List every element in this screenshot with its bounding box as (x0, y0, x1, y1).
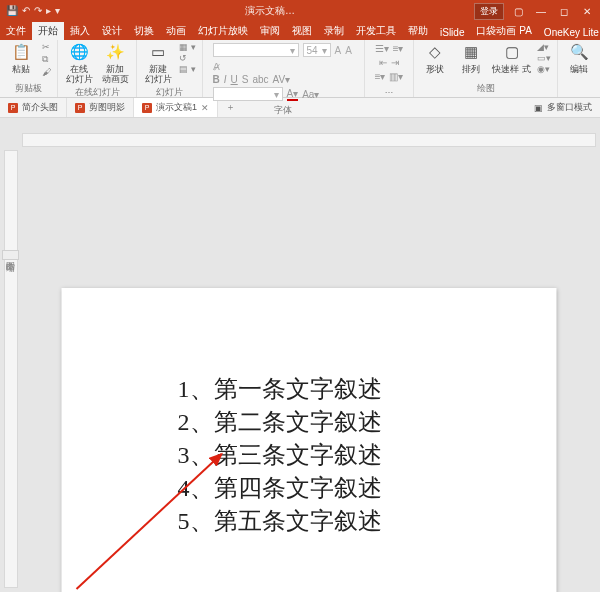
font-family-select[interactable]: ▾ (213, 43, 299, 57)
svg-line-0 (77, 454, 222, 589)
paragraph-label: … (371, 83, 408, 95)
quick-styles-icon: ▢ (502, 42, 522, 62)
ppt-icon: P (75, 103, 85, 113)
editing-button[interactable]: 🔍 编辑 (564, 42, 594, 74)
strikethrough-icon[interactable]: S (242, 74, 249, 85)
tab-transitions[interactable]: 切换 (128, 22, 160, 40)
ppt-icon: P (142, 103, 152, 113)
increase-indent-icon[interactable]: ⇥ (391, 57, 399, 68)
shape-effects-icon[interactable]: ◉▾ (537, 64, 551, 74)
decrease-indent-icon[interactable]: ⇤ (379, 57, 387, 68)
tab-home[interactable]: 开始 (32, 22, 64, 40)
list-item: 2、第二条文字叙述 (178, 406, 382, 439)
decrease-font-icon[interactable]: A (345, 45, 352, 56)
clear-format-icon[interactable]: A̷ (213, 61, 220, 72)
italic-icon[interactable]: I (224, 74, 227, 85)
tab-file[interactable]: 文件 (0, 22, 32, 40)
tab-insert[interactable]: 插入 (64, 22, 96, 40)
paste-button[interactable]: 📋 粘贴 (6, 42, 36, 74)
document-title: 演示文稿… (66, 4, 474, 18)
layout-icon[interactable]: ▦ ▾ (179, 42, 196, 52)
shape-fill-icon[interactable]: ◢▾ (537, 42, 551, 52)
multi-window-icon: ▣ (534, 103, 543, 113)
anim-icon: ✨ (105, 42, 125, 62)
ribbon-tabs: 文件 开始 插入 设计 切换 动画 幻灯片放映 审阅 视图 录制 开发工具 帮助… (0, 22, 600, 40)
editor-surface: 缩略图 1、第一条文字叙述 2、第二条文字叙述 3、第三条文字叙述 4、第四条文… (0, 118, 600, 592)
title-bar: 💾 ↶ ↷ ▸ ▾ 演示文稿… 登录 ▢ — ◻ ✕ (0, 0, 600, 22)
font-style-select[interactable]: ▾ (213, 87, 283, 101)
cut-icon[interactable]: ✂ (42, 42, 51, 52)
doc-tab-2[interactable]: P 演示文稿1 ✕ (134, 98, 218, 117)
slides-label: 幻灯片 (143, 84, 196, 99)
spacing-icon[interactable]: AV▾ (273, 74, 291, 85)
ribbon-clipboard-group: 📋 粘贴 ✂ ⧉ 🖌 剪贴板 (0, 40, 58, 97)
format-painter-icon[interactable]: 🖌 (42, 67, 51, 77)
tab-design[interactable]: 设计 (96, 22, 128, 40)
qat-dropdown-icon[interactable]: ▾ (55, 5, 60, 16)
tab-help[interactable]: 帮助 (402, 22, 434, 40)
increase-font-icon[interactable]: A (335, 45, 342, 56)
quick-styles-button[interactable]: ▢ 快速样 式 (492, 42, 531, 74)
font-size-select[interactable]: 54▾ (303, 43, 331, 57)
tab-onekey[interactable]: OneKey Lite (538, 25, 600, 40)
font-color-icon[interactable]: A▾ (287, 88, 299, 101)
undo-icon[interactable]: ↶ (22, 5, 30, 16)
annotation-arrow-icon (72, 444, 242, 592)
shapes-icon: ◇ (425, 42, 445, 62)
ribbon-online-slides-group: 🌐 在线幻灯片 ✨ 新加动画页 在线幻灯片 (58, 40, 137, 97)
slide-canvas[interactable]: 1、第一条文字叙述 2、第二条文字叙述 3、第三条文字叙述 4、第四条文字叙述 … (62, 288, 557, 592)
redo-icon[interactable]: ↷ (34, 5, 42, 16)
tab-record[interactable]: 录制 (318, 22, 350, 40)
login-button[interactable]: 登录 (474, 3, 504, 20)
ribbon-slides-group: ▭ 新建幻灯片 ▦ ▾ ↺ ▤ ▾ 幻灯片 (137, 40, 203, 97)
tab-pa[interactable]: 口袋动画 PA (470, 22, 537, 40)
section-icon[interactable]: ▤ ▾ (179, 64, 196, 74)
ribbon-editing-group: 🔍 编辑 (558, 40, 600, 97)
tab-review[interactable]: 审阅 (254, 22, 286, 40)
tab-developer[interactable]: 开发工具 (350, 22, 402, 40)
doc-tab-0[interactable]: P 简介头图 (0, 98, 67, 117)
ribbon: 📋 粘贴 ✂ ⧉ 🖌 剪贴板 🌐 在线幻灯片 ✨ 新加动画页 在线幻灯片 (0, 40, 600, 98)
columns-icon[interactable]: ▥▾ (389, 71, 403, 82)
slideshow-icon[interactable]: ▸ (46, 5, 51, 16)
copy-icon[interactable]: ⧉ (42, 54, 51, 65)
maximize-icon[interactable]: ◻ (555, 6, 573, 17)
drawing-label: 绘图 (420, 80, 551, 95)
ppt-icon: P (8, 103, 18, 113)
font-label: 字体 (209, 102, 358, 117)
shapes-button[interactable]: ◇ 形状 (420, 42, 450, 74)
save-icon[interactable]: 💾 (6, 5, 18, 16)
ribbon-opts-icon[interactable]: ▢ (509, 6, 527, 17)
thumbnails-toggle[interactable]: 缩略图 (2, 250, 19, 260)
doc-tab-1[interactable]: P 剪图明影 (67, 98, 134, 117)
bullets-icon[interactable]: ☰▾ (375, 43, 389, 54)
tab-slideshow[interactable]: 幻灯片放映 (192, 22, 254, 40)
numbering-icon[interactable]: ≡▾ (393, 43, 404, 54)
tab-islide[interactable]: iSlide (434, 25, 470, 40)
multi-window-button[interactable]: ▣ 多窗口模式 (526, 101, 600, 114)
minimize-icon[interactable]: — (532, 6, 550, 17)
reset-icon[interactable]: ↺ (179, 53, 196, 63)
new-slide-icon: ▭ (148, 42, 168, 62)
slide-viewport[interactable]: 1、第一条文字叙述 2、第二条文字叙述 3、第三条文字叙述 4、第四条文字叙述 … (28, 158, 590, 592)
clipboard-label: 剪贴板 (6, 80, 51, 95)
tab-view[interactable]: 视图 (286, 22, 318, 40)
shadow-icon[interactable]: abc (252, 74, 268, 85)
bold-icon[interactable]: B (213, 74, 220, 85)
tab-animations[interactable]: 动画 (160, 22, 192, 40)
list-item: 1、第一条文字叙述 (178, 373, 382, 406)
quick-access-toolbar: 💾 ↶ ↷ ▸ ▾ (0, 6, 66, 17)
underline-icon[interactable]: U (231, 74, 238, 85)
arrange-icon: ▦ (461, 42, 481, 62)
shape-outline-icon[interactable]: ▭▾ (537, 53, 551, 63)
new-anim-button[interactable]: ✨ 新加动画页 (100, 42, 130, 84)
vertical-ruler[interactable] (4, 150, 18, 588)
new-slide-button[interactable]: ▭ 新建幻灯片 (143, 42, 173, 84)
online-slides-label: 在线幻灯片 (64, 84, 130, 99)
close-icon[interactable]: ✕ (578, 6, 596, 17)
align-icon[interactable]: ≡▾ (375, 71, 386, 82)
horizontal-ruler[interactable] (22, 133, 596, 147)
highlight-icon[interactable]: Aa▾ (302, 89, 319, 100)
arrange-button[interactable]: ▦ 排列 (456, 42, 486, 74)
online-slide-button[interactable]: 🌐 在线幻灯片 (64, 42, 94, 84)
